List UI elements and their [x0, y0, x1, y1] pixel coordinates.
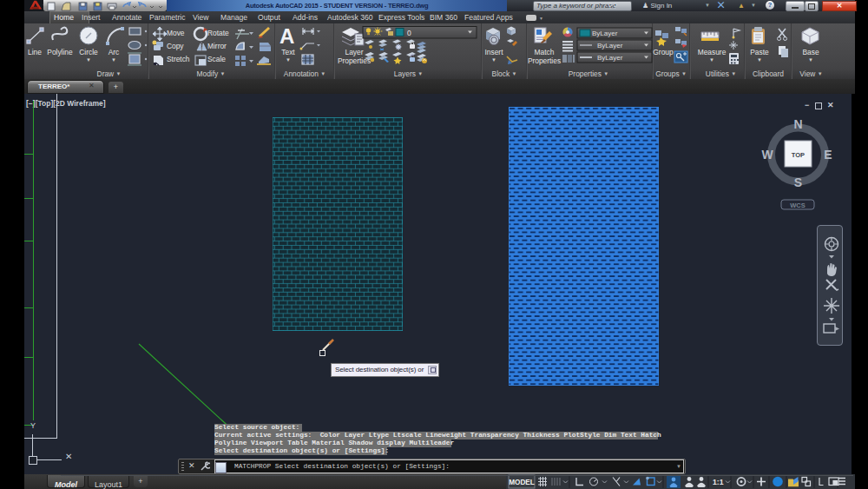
svg-text:A: A: [279, 24, 294, 48]
svg-text:0: 0: [407, 29, 411, 37]
svg-text:TOP: TOP: [792, 151, 805, 159]
svg-text:S: S: [794, 175, 802, 189]
svg-text:ByLayer: ByLayer: [597, 42, 623, 50]
svg-text:1:1: 1:1: [713, 478, 724, 486]
svg-text:E: E: [824, 148, 832, 162]
svg-text:WCS: WCS: [790, 202, 806, 209]
svg-text:N: N: [793, 117, 802, 131]
svg-text:MODEL: MODEL: [509, 479, 535, 486]
svg-text:W: W: [761, 148, 773, 162]
svg-text:ByLayer: ByLayer: [592, 30, 618, 37]
svg-text:ByLayer: ByLayer: [597, 54, 623, 62]
